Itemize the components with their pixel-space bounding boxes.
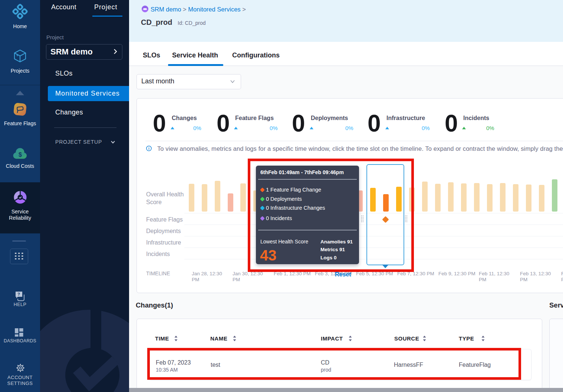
svg-text:?: ? [17, 292, 20, 296]
svg-text:$: $ [19, 152, 22, 158]
